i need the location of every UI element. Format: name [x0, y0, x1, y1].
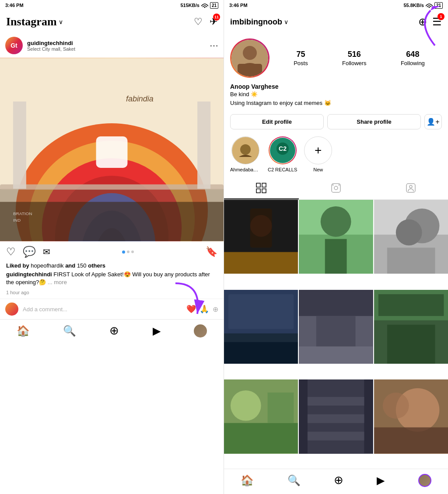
bio-line-1: Be kind ☀️	[230, 90, 442, 99]
save-button[interactable]: 🔖	[206, 246, 217, 257]
svg-rect-9	[96, 136, 128, 168]
highlight-ahmedabad[interactable]: Ahmedabad ...	[230, 136, 261, 172]
photo-3[interactable]	[374, 200, 448, 274]
thanks-reaction[interactable]: 🙏	[200, 304, 209, 314]
post-user-info: guidingtechhindi Select City mall, Saket	[27, 40, 205, 52]
add-person-icon: 👤+	[427, 118, 439, 126]
followers-stat[interactable]: 516 Followers	[342, 50, 367, 66]
posts-label: Posts	[294, 60, 308, 66]
svg-rect-13	[197, 101, 210, 189]
rp-nav-search[interactable]: 🔍	[287, 474, 301, 487]
heart-reaction[interactable]: ❤️	[186, 304, 196, 314]
add-person-button[interactable]: 👤+	[424, 114, 442, 129]
highlights-row: Ahmedabad ... C2 C2 RECALLS + New	[224, 133, 448, 177]
profile-avatar[interactable]	[230, 38, 270, 78]
svg-rect-72	[308, 414, 364, 423]
highlight-label-ahmedabad: Ahmedabad ...	[230, 167, 261, 172]
posts-count: 75	[296, 50, 305, 59]
svg-text:IND: IND	[13, 218, 21, 223]
dot-3	[131, 250, 134, 253]
photo-6[interactable]	[374, 290, 448, 364]
post-likes[interactable]: Liked by hopeofhardik and 150 others	[0, 262, 224, 271]
svg-rect-60	[299, 346, 373, 364]
edit-profile-button[interactable]: Edit profile	[230, 114, 324, 129]
post-avatar[interactable]: Gt	[5, 37, 23, 54]
photo-svg-1	[224, 200, 298, 274]
messenger-button[interactable]: ✈ 11	[210, 16, 217, 28]
caption-username[interactable]: guidingtechhindi	[6, 271, 52, 278]
svg-rect-42	[224, 252, 298, 274]
photo-svg-5	[299, 290, 373, 364]
photo-7[interactable]	[224, 379, 298, 453]
rp-nav-home[interactable]: 🏠	[241, 474, 254, 487]
svg-rect-24	[238, 64, 262, 77]
right-status-bar: 3:46 PM 55.8KB/s 21	[224, 0, 448, 10]
nav-profile[interactable]	[194, 324, 207, 337]
svg-rect-31	[262, 183, 266, 187]
svg-rect-76	[374, 428, 448, 454]
photo-1[interactable]	[224, 200, 298, 274]
share-profile-button[interactable]: Share profile	[327, 114, 421, 129]
highlight-circle-ahmedabad	[231, 136, 259, 164]
left-panel: 3:46 PM 515KB/s 21 Instagram ∨ ♡ ✈ 11	[0, 0, 224, 494]
highlight-circle-c2recalls: C2	[269, 136, 297, 164]
svg-point-46	[321, 206, 351, 237]
like-button[interactable]: ♡	[6, 246, 16, 258]
svg-point-0	[204, 7, 205, 8]
following-count: 648	[406, 50, 419, 59]
carousel-indicator	[122, 250, 134, 254]
rp-nav-add[interactable]: ⊕	[334, 473, 343, 487]
stats-container: 75 Posts 516 Followers 648 Following	[276, 50, 442, 66]
rp-nav-reels[interactable]: ▶	[377, 474, 385, 487]
add-post-button[interactable]: ⊕	[418, 16, 427, 28]
add-reaction[interactable]: ⊕	[213, 305, 218, 313]
svg-rect-55	[228, 294, 294, 329]
svg-rect-56	[224, 342, 298, 364]
messenger-badge: 11	[213, 14, 220, 21]
comment-button[interactable]: 💬	[23, 246, 36, 258]
left-header: Instagram ∨ ♡ ✈ 11	[0, 10, 224, 33]
post-header: Gt guidingtechhindi Select City mall, Sa…	[0, 33, 224, 58]
share-button[interactable]: ✉	[43, 247, 50, 257]
following-stat[interactable]: 648 Following	[401, 50, 425, 66]
heart-button[interactable]: ♡	[194, 16, 203, 28]
nav-home[interactable]: 🏠	[17, 325, 30, 337]
tab-grid[interactable]	[224, 177, 299, 199]
tagged-icon	[406, 183, 416, 193]
photo-svg-7	[224, 379, 298, 453]
tab-reels[interactable]	[299, 177, 374, 199]
post-actions-bar: ♡ 💬 ✉ 🔖	[0, 241, 224, 262]
post-caption: guidingtechhindi FIRST Look of Apple Sak…	[0, 271, 224, 288]
highlight-label-new: New	[313, 167, 323, 172]
comment-input[interactable]: Add a comment...	[23, 306, 182, 313]
svg-point-67	[231, 390, 261, 421]
photo-svg-8	[299, 379, 373, 453]
photo-4[interactable]	[224, 290, 298, 364]
nav-reels[interactable]: ▶	[153, 325, 161, 337]
liked-by-user[interactable]: hopeofhardik	[31, 262, 63, 269]
dot-2	[127, 250, 130, 253]
highlight-c2recalls[interactable]: C2 C2 RECALLS	[268, 136, 297, 172]
right-wifi-icon	[426, 3, 433, 8]
nav-search[interactable]: 🔍	[63, 325, 76, 337]
svg-rect-73	[308, 432, 364, 441]
photo-9[interactable]	[374, 379, 448, 453]
right-battery: 21	[434, 2, 443, 9]
photo-5[interactable]	[299, 290, 373, 364]
highlight-new[interactable]: + New	[304, 136, 332, 172]
nav-add[interactable]: ⊕	[109, 324, 119, 337]
post-username[interactable]: guidingtechhindi	[27, 40, 205, 46]
svg-point-22	[243, 46, 257, 60]
followers-count: 516	[348, 50, 361, 59]
bio-line-2: Using Instagram to enjoy cat memes 🐱	[230, 99, 442, 108]
rp-nav-profile[interactable]	[418, 474, 431, 487]
photo-2[interactable]	[299, 200, 373, 274]
profile-stats: 75 Posts 516 Followers 648 Following	[224, 33, 448, 81]
tab-tagged[interactable]	[373, 177, 448, 199]
svg-rect-11	[0, 184, 224, 190]
more-link[interactable]: ... more	[48, 279, 67, 285]
left-status-bar: 3:46 PM 515KB/s 21	[0, 0, 224, 10]
post-more-button[interactable]: ⋯	[210, 40, 218, 51]
photo-8[interactable]	[299, 379, 373, 453]
highlight-label-c2recalls: C2 RECALLS	[268, 167, 297, 172]
